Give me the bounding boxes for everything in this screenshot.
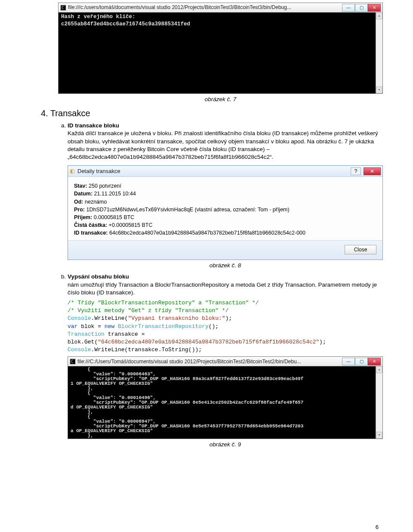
console-line: }, [71, 410, 380, 414]
code-keyword: new [105, 323, 114, 330]
window-close-button[interactable]: ✕ [368, 4, 381, 12]
datum-label: Datum: [74, 191, 92, 197]
dialog-body: Stav: 250 potvrzení Datum: 21.11.2015 10… [68, 177, 382, 240]
console-titlebar[interactable]: C file:///c:/users/tomáš/documents/visua… [59, 3, 382, 12]
code-comment: /* Třídy "BlockrTransactionRepository" a… [68, 300, 259, 306]
code-token: ); [319, 339, 326, 345]
svg-text:C: C [62, 6, 64, 10]
code-token: ); [225, 315, 232, 322]
pro-label: Pro: [74, 207, 85, 213]
code-token: blok.Get( [68, 339, 98, 345]
code-token: .WriteLine(transakce.ToString()); [91, 346, 202, 353]
item-b-title: Vypsání obsahu bloku [68, 273, 129, 280]
code-keyword: var [68, 323, 77, 330]
prijem-label: Příjem: [74, 214, 92, 220]
console-app-icon: C [60, 5, 66, 11]
code-token: (); [209, 323, 219, 330]
scrollbar-up-icon[interactable]: ▴ [376, 12, 382, 19]
cista-label: Čistá částka: [74, 222, 107, 228]
code-string: "Vypsani transakcniho bloku:" [128, 315, 225, 322]
code-token [114, 323, 118, 330]
console-output: { "value": "0.00006463", "scriptPubKey":… [68, 366, 382, 439]
dialog-titlebar[interactable]: ◐ Detaily transakce ? ✕ [68, 166, 382, 177]
console-line: c2655ab84f3ed4bcc6ae716745c9a39885341fed [61, 21, 380, 28]
console-line: 1 OP_EQUALVERIFY OP_CHECKSIG" [71, 381, 380, 386]
stav-label: Stav: [74, 183, 87, 189]
scrollbar-vertical[interactable]: ▴ ▾ [376, 366, 382, 439]
od-label: Od: [74, 199, 83, 205]
dialog-close-footer-button[interactable]: Close [345, 245, 376, 254]
code-string: "64c68bc2edca4807e0a1b94288845a9847b3782… [98, 339, 319, 345]
console-window-2: C file:///C:/Users/Tomáš/documents/visua… [68, 356, 383, 439]
od-value: neznámo [83, 199, 107, 205]
figure-caption-8: obrázek č. 8 [68, 262, 383, 269]
window-maximize-button[interactable]: ▢ [355, 4, 368, 12]
datum-value: 21.11.2015 10:44 [92, 191, 136, 197]
idtx-label: ID transakce: [74, 230, 108, 236]
idtx-value: 64c68bc2edca4807e0a1b94288845a9847b3782b… [108, 230, 305, 236]
code-block: /* Třídy "BlockrTransactionRepository" a… [68, 299, 383, 354]
console-path: file:///c:/users/tomáš/documents/visual … [68, 4, 340, 11]
console-line: Hash z veřejného klíče: [61, 13, 380, 21]
code-token: transakce = [105, 331, 145, 337]
section-4-heading: 4. Transakce [41, 108, 383, 119]
code-token: .WriteLine( [91, 315, 128, 322]
dialog-warning-icon: ◐ [70, 167, 75, 175]
code-type: Console [68, 346, 91, 353]
figure-caption-7: obrázek č. 7 [58, 96, 383, 103]
transaction-details-dialog: ◐ Detaily transakce ? ✕ Stav: 250 potvrz… [68, 165, 383, 260]
item-a-body: Každá dílčí transakce je uložená v bloku… [68, 130, 378, 160]
figure-caption-9: obrázek č. 9 [68, 441, 383, 448]
console-line: a OP_EQUALVERIFY OP_CHECKSIG" [71, 429, 380, 433]
pro-value: 1DhSD71uzM6NdwvLesTx69YsivkmHac8qE (vlas… [85, 207, 290, 213]
window-close-button[interactable]: ✕ [368, 358, 381, 365]
list-item-b: Vypsání obsahu bloku nám umožňují třídy … [68, 273, 383, 448]
code-type: BlockrTransactionRepository [118, 323, 209, 330]
cista-value: +0.00005815 BTC [107, 222, 152, 228]
stav-value: 250 potvrzení [87, 183, 121, 189]
code-type: Transaction [68, 331, 105, 337]
console-line: }, [71, 386, 380, 391]
console-line: }, [71, 433, 380, 438]
scrollbar-vertical[interactable]: ▴ ▾ [376, 12, 382, 93]
prijem-value: 0.00005815 BTC [92, 214, 134, 220]
code-comment: /* Využití metody "Get" z třídy "Transac… [68, 307, 228, 314]
window-maximize-button[interactable]: ▢ [355, 358, 368, 365]
scrollbar-down-icon[interactable]: ▾ [376, 87, 382, 93]
svg-text:C: C [71, 359, 73, 364]
dialog-help-button[interactable]: ? [351, 167, 361, 175]
scrollbar-down-icon[interactable]: ▾ [376, 432, 382, 439]
page-number: 6 [376, 523, 379, 531]
window-minimize-button[interactable]: — [342, 4, 355, 12]
scrollbar-up-icon[interactable]: ▴ [376, 366, 382, 373]
item-a-title: ID transakce bloku [68, 122, 119, 129]
list-item-a: ID transakce bloku Každá dílčí transakce… [68, 122, 383, 269]
console-app-icon: C [70, 359, 76, 365]
console-window-1: C file:///c:/users/tomáš/documents/visua… [58, 3, 383, 94]
dialog-close-button[interactable]: ✕ [364, 167, 381, 175]
code-token: Console [68, 315, 91, 322]
item-b-body: nám umožňují třídy Transaction a BlockrT… [68, 281, 377, 296]
console-path: file:///C:/Users/Tomáš/documents/visual … [77, 358, 340, 365]
console-line: d OP_EQUALVERIFY OP_CHECKSIG" [71, 405, 380, 410]
console-titlebar[interactable]: C file:///C:/Users/Tomáš/documents/visua… [68, 357, 382, 366]
window-minimize-button[interactable]: — [342, 358, 355, 365]
dialog-title: Detaily transakce [77, 167, 348, 175]
code-token: blok = [77, 323, 104, 330]
console-output: Hash z veřejného klíče: c2655ab84f3ed4bc… [59, 12, 382, 93]
dialog-footer: Close [68, 240, 382, 260]
